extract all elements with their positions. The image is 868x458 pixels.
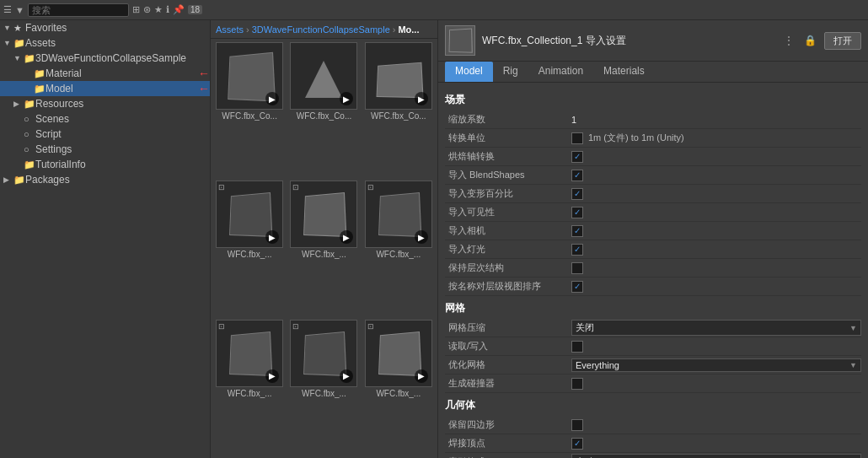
list-item[interactable]: ⊡ ▶ WFC.fbx_... <box>363 181 434 315</box>
sidebar-item-3dwfc[interactable]: ▼ 📁 3DWaveFunctionCollapseSample <box>0 51 210 66</box>
play-icon: ▶ <box>340 230 353 244</box>
prop-read-write: 读取/写入 <box>445 337 861 356</box>
prop-compress-value: 关闭 <box>576 321 594 334</box>
sidebar-item-tutorialinfo[interactable]: ▶ 📁 TutorialInfo <box>0 157 210 172</box>
prop-optimize-mesh: 优化网格 Everything ▼ <box>445 356 861 374</box>
arrow-resources: ▶ <box>13 100 24 108</box>
open-button[interactable]: 打开 <box>824 32 861 50</box>
asset-browser: Assets › 3DWaveFunctionCollapseSample › … <box>211 20 438 458</box>
tab-materials[interactable]: Materials <box>593 62 655 82</box>
prop-deform-checkbox[interactable] <box>571 188 583 200</box>
sidebar-item-favorites[interactable]: ▼ ★ Favorites <box>0 20 210 35</box>
sidebar-item-scenes[interactable]: ▶ ○ Scenes <box>0 111 210 127</box>
asset-grid: ▶ WFC.fbx_Co... ▶ WFC.fbx_Co... ▶ WFC.fb… <box>211 39 437 458</box>
prop-convert-text: 1m (文件) to 1m (Unity) <box>588 132 684 144</box>
inspector-actions: ⋮ 🔒 打开 <box>781 32 861 50</box>
prop-import-camera: 导入相机 <box>445 222 861 240</box>
prop-weld-checkbox[interactable] <box>571 438 583 450</box>
folder-tutorial-label: TutorialInfo <box>35 159 210 170</box>
prop-bake-checkbox[interactable] <box>571 151 583 163</box>
sidebar-item-model[interactable]: ▶ 📁 Model ← <box>0 81 210 96</box>
prop-light-checkbox[interactable] <box>571 244 583 256</box>
play-icon: ▶ <box>265 230 279 244</box>
prop-optimize-label: 优化网格 <box>445 358 571 371</box>
folder-icon: 📁 <box>13 38 25 49</box>
inspector-title: WFC.fbx_Collection_1 导入设置 <box>482 34 774 48</box>
sidebar-item-packages[interactable]: ▶ 📁 Packages <box>0 172 210 187</box>
prop-quads-checkbox[interactable] <box>571 419 583 431</box>
asset-thumbnail: ▶ <box>216 42 283 110</box>
overflow-icon[interactable]: ⋮ <box>781 34 796 47</box>
prop-camera-checkbox[interactable] <box>571 225 583 237</box>
folder-model-icon: 📁 <box>34 84 46 94</box>
prop-blend-checkbox[interactable] <box>571 170 583 181</box>
sidebar-item-script[interactable]: ▶ ○ Script <box>0 127 210 142</box>
asset-thumbnail: ⊡ ▶ <box>365 181 432 248</box>
breadcrumb-assets[interactable]: Assets <box>216 24 244 35</box>
favorites-label: Favorites <box>25 22 210 34</box>
inspector-panel: WFC.fbx_Collection_1 导入设置 ⋮ 🔒 打开 Model R… <box>438 20 868 458</box>
lock-icon[interactable]: 🔒 <box>801 34 819 47</box>
breadcrumb-3dwfc[interactable]: 3DWaveFunctionCollapseSample <box>252 24 390 35</box>
play-icon: ▶ <box>415 92 428 105</box>
fbx-preview-icon <box>445 25 475 56</box>
prop-scale-value[interactable]: 1 <box>571 115 861 125</box>
sidebar-item-assets[interactable]: ▼ 📁 Assets <box>0 35 210 51</box>
prop-sort-label: 按名称对层级视图排序 <box>445 280 571 293</box>
sidebar-item-material[interactable]: ▶ 📁 Material ← <box>0 66 210 81</box>
list-item[interactable]: ⊡ ▶ WFC.fbx_... <box>214 181 285 315</box>
list-item[interactable]: ⊡ ▶ WFC.fbx_... <box>288 320 359 455</box>
prop-optimize-dropdown[interactable]: Everything ▼ <box>571 358 861 372</box>
asset-label: WFC.fbx_Co... <box>216 111 283 121</box>
top-toolbar: ☰ ▼ ⊞ ⊛ ★ ℹ 📌 18 <box>0 0 868 20</box>
tab-rig[interactable]: Rig <box>493 62 528 82</box>
folder-tutorial-icon: 📁 <box>24 159 35 170</box>
prop-import-light: 导入灯光 <box>445 240 861 259</box>
filter-icon[interactable]: ⊛ <box>143 4 151 15</box>
prop-collider-checkbox[interactable] <box>571 378 583 390</box>
prop-visibility-checkbox[interactable] <box>571 207 583 218</box>
asset-label: WFC.fbx_... <box>290 250 357 259</box>
pin-icon[interactable]: 📌 <box>173 4 185 15</box>
layout-icon[interactable]: ⊞ <box>132 4 140 15</box>
menu-icon[interactable]: ☰ <box>3 4 12 15</box>
prop-weld-vertices: 焊接顶点 <box>445 434 861 453</box>
prop-convert-checkbox[interactable] <box>571 132 583 144</box>
play-icon: ▶ <box>265 369 279 383</box>
inspector-tab-bar: Model Rig Animation Materials <box>438 62 868 83</box>
sidebar-item-settings[interactable]: ▶ ○ Settings <box>0 142 210 157</box>
arrow-icon[interactable]: ▼ <box>15 5 24 15</box>
prop-sort-checkbox[interactable] <box>571 281 583 293</box>
chevron-down-icon-2: ▼ <box>849 361 857 369</box>
list-item[interactable]: ▶ WFC.fbx_Co... <box>214 42 285 177</box>
tab-model[interactable]: Model <box>445 62 493 82</box>
prop-compress-dropdown[interactable]: 关闭 ▼ <box>571 320 861 336</box>
list-item[interactable]: ▶ WFC.fbx_Co... <box>288 42 359 177</box>
prop-hierarchy-checkbox[interactable] <box>571 262 583 274</box>
asset-label: WFC.fbx_... <box>216 250 283 259</box>
list-item[interactable]: ⊡ ▶ WFC.fbx_... <box>288 181 359 315</box>
prop-quads-label: 保留四边形 <box>445 418 571 431</box>
annotation-arrow-2: ← <box>198 82 210 95</box>
prop-import-visibility: 导入可见性 <box>445 203 861 222</box>
prop-collider-label: 生成碰撞器 <box>445 377 571 390</box>
tab-animation[interactable]: Animation <box>528 62 593 82</box>
prop-import-deform: 导入变形百分比 <box>445 185 861 203</box>
toolbar-left: ☰ ▼ ⊞ ⊛ ★ ℹ 📌 18 <box>3 3 214 17</box>
prop-index-dropdown[interactable]: 自动 ▼ <box>571 454 861 458</box>
list-item[interactable]: ▶ WFC.fbx_Co... <box>363 42 434 177</box>
folder-model-label: Model <box>46 83 196 94</box>
search-input[interactable] <box>28 3 129 17</box>
prop-scale-factor: 缩放系数 1 <box>445 110 861 129</box>
sidebar-item-resources[interactable]: ▶ 📁 Resources <box>0 96 210 111</box>
star-icon[interactable]: ★ <box>154 4 163 15</box>
prop-visibility-label: 导入可见性 <box>445 206 571 218</box>
folder-material-icon: 📁 <box>34 68 46 79</box>
arrow-packages: ▶ <box>3 175 13 184</box>
asset-label: WFC.fbx_... <box>216 389 283 398</box>
prop-mesh-compress: 网格压缩 关闭 ▼ <box>445 319 861 337</box>
info-icon[interactable]: ℹ <box>166 4 169 15</box>
prop-rw-checkbox[interactable] <box>571 341 583 353</box>
list-item[interactable]: ⊡ ▶ WFC.fbx_... <box>214 320 285 455</box>
list-item[interactable]: ⊡ ▶ WFC.fbx_... <box>363 320 434 455</box>
